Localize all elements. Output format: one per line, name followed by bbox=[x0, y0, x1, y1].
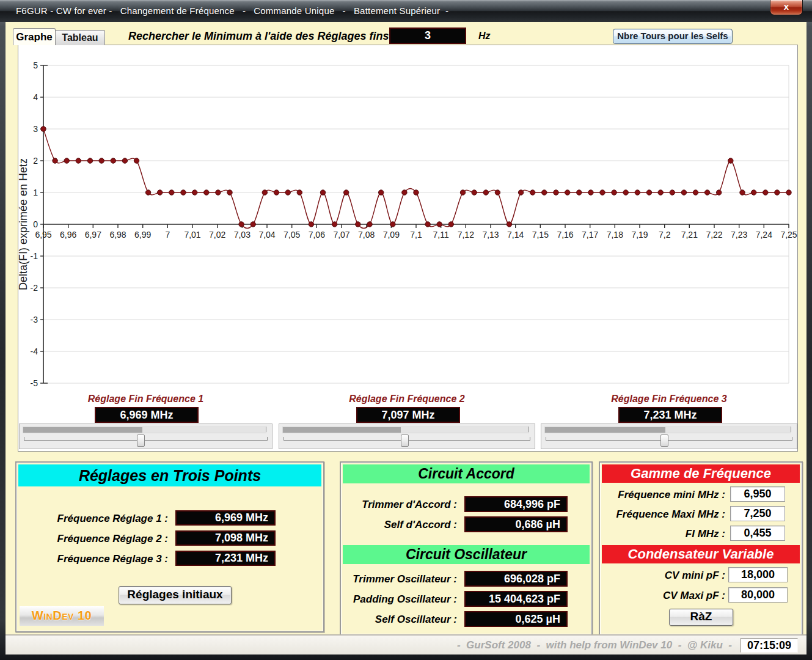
svg-text:1: 1 bbox=[33, 188, 38, 197]
freq-reglage-2-value: 7,098 MHz bbox=[175, 530, 276, 546]
svg-text:6,98: 6,98 bbox=[109, 230, 126, 240]
cv-mini-label: CV mini pF : bbox=[603, 570, 725, 582]
title-bar[interactable]: F6GUR - CW for ever - Changement de Fréq… bbox=[0, 0, 812, 22]
svg-text:6,95: 6,95 bbox=[35, 230, 51, 240]
frequence-mini-field[interactable]: 6,950 bbox=[730, 486, 785, 502]
slider-1-track[interactable] bbox=[24, 440, 268, 441]
slider-2-progress-fill bbox=[283, 427, 401, 433]
svg-text:7,06: 7,06 bbox=[309, 230, 325, 240]
trimmer-oscillateur-label: Trimmer Oscillateur : bbox=[344, 573, 457, 585]
close-button[interactable]: x bbox=[770, 0, 803, 15]
svg-text:7,21: 7,21 bbox=[681, 230, 698, 240]
freq-reglage-1-value: 6,969 MHz bbox=[175, 510, 276, 526]
tab-tableau[interactable]: Tableau bbox=[55, 30, 105, 45]
fi-mhz-label: FI MHz : bbox=[603, 528, 725, 540]
self-oscillateur-label: Self Oscillateur : bbox=[344, 614, 457, 626]
graph-tab-pane: 543210-1-2-3-4-56,956,966,976,986,9977,0… bbox=[18, 45, 798, 452]
svg-text:6,99: 6,99 bbox=[134, 230, 151, 240]
svg-text:7,13: 7,13 bbox=[482, 230, 499, 240]
window-title: F6GUR - CW for ever - Changement de Fréq… bbox=[16, 6, 448, 16]
padding-oscillateur-value: 15 404,623 pF bbox=[464, 591, 568, 607]
slider-3-progress bbox=[544, 427, 791, 433]
svg-text:7,14: 7,14 bbox=[507, 230, 524, 240]
slider-3-group bbox=[541, 424, 797, 449]
panel-reglages-trois-points: Réglages en Trois Points Fréquence Régla… bbox=[15, 461, 324, 632]
panel-header-trois-points: Réglages en Trois Points bbox=[18, 464, 321, 486]
hz-unit-label: Hz bbox=[478, 31, 491, 42]
panel-gamme-frequence: Gamme de Fréquence Fréquence mini MHz : … bbox=[599, 461, 803, 636]
self-accord-label: Self d'Accord : bbox=[344, 519, 457, 531]
slider-2-label: Réglage Fin Fréquence 2 bbox=[279, 394, 535, 405]
svg-text:7,15: 7,15 bbox=[532, 230, 549, 240]
svg-text:5: 5 bbox=[33, 61, 38, 70]
nbre-tours-selfs-button[interactable]: Nbre Tours pour les Selfs bbox=[613, 29, 733, 44]
svg-text:7,12: 7,12 bbox=[458, 230, 474, 240]
search-step-field[interactable]: 3 bbox=[389, 28, 466, 44]
svg-text:4: 4 bbox=[33, 92, 38, 102]
svg-text:7,02: 7,02 bbox=[209, 230, 225, 240]
svg-text:7,24: 7,24 bbox=[756, 230, 772, 240]
slider-1-thumb[interactable] bbox=[137, 435, 145, 447]
delta-fi-chart: 543210-1-2-3-4-56,956,966,976,986,9977,0… bbox=[18, 45, 797, 391]
windev-logo: WinDev 10 bbox=[20, 606, 104, 626]
svg-text:2: 2 bbox=[33, 156, 38, 166]
cv-maxi-field[interactable]: 80,000 bbox=[728, 587, 788, 603]
slider-1-progress-fill bbox=[23, 427, 142, 433]
fi-mhz-field[interactable]: 0,455 bbox=[730, 526, 785, 541]
cv-maxi-label: CV Maxi pF : bbox=[603, 590, 725, 602]
slider-3-value-display: 7,231 MHz bbox=[618, 407, 722, 423]
app-window: F6GUR - CW for ever - Changement de Fréq… bbox=[0, 0, 812, 660]
slider-3-label: Réglage Fin Fréquence 3 bbox=[541, 394, 797, 405]
panel-header-gamme: Gamme de Fréquence bbox=[602, 464, 800, 483]
svg-text:7,03: 7,03 bbox=[234, 230, 251, 240]
close-icon: x bbox=[784, 1, 789, 12]
frequence-mini-label: Fréquence mini MHz : bbox=[603, 489, 725, 501]
panel-header-condensateur: Condensateur Variable bbox=[602, 545, 800, 563]
svg-text:7,17: 7,17 bbox=[582, 230, 598, 240]
svg-text:7,22: 7,22 bbox=[706, 230, 722, 240]
panel-circuit: Circuit Accord Trimmer d'Accord : 684,99… bbox=[340, 461, 593, 636]
freq-reglage-3-value: 7,231 MHz bbox=[175, 551, 276, 566]
svg-text:7,19: 7,19 bbox=[631, 230, 648, 240]
self-accord-value: 0,686 µH bbox=[464, 516, 568, 532]
svg-text:7,18: 7,18 bbox=[607, 230, 623, 240]
slider-3-track[interactable] bbox=[546, 440, 792, 441]
svg-text:7,05: 7,05 bbox=[283, 230, 300, 240]
svg-text:6,97: 6,97 bbox=[85, 230, 101, 240]
svg-text:7,08: 7,08 bbox=[358, 230, 375, 240]
svg-text:-2: -2 bbox=[31, 283, 38, 293]
cv-mini-field[interactable]: 18,000 bbox=[728, 567, 788, 582]
svg-text:Delta(FI) exprimée en Hetz: Delta(FI) exprimée en Hetz bbox=[18, 158, 29, 290]
svg-text:-1: -1 bbox=[31, 251, 38, 261]
client-area: Graphe Tableau Rechercher le Minimum à l… bbox=[5, 22, 807, 654]
freq-reglage-1-label: Fréquence Réglage 1 : bbox=[20, 513, 168, 525]
slider-3-progress-fill bbox=[545, 427, 665, 433]
trimmer-accord-label: Trimmer d'Accord : bbox=[344, 499, 457, 511]
svg-text:7,23: 7,23 bbox=[731, 230, 747, 240]
reglages-initiaux-button[interactable]: Réglages initiaux bbox=[119, 586, 232, 604]
trimmer-oscillateur-value: 696,028 pF bbox=[464, 571, 568, 587]
svg-text:-4: -4 bbox=[31, 346, 38, 356]
panel-header-circuit-accord: Circuit Accord bbox=[343, 464, 590, 483]
raz-button[interactable]: RàZ bbox=[669, 609, 733, 626]
slider-2-progress bbox=[282, 427, 529, 433]
slider-3-thumb[interactable] bbox=[660, 435, 668, 447]
panel-header-circuit-oscillateur: Circuit Oscillateur bbox=[343, 545, 590, 564]
slider-2-thumb[interactable] bbox=[401, 435, 409, 447]
svg-text:7,07: 7,07 bbox=[333, 230, 349, 240]
svg-text:7,11: 7,11 bbox=[433, 230, 449, 240]
svg-text:7,04: 7,04 bbox=[258, 230, 275, 240]
clock-display: 07:15:09 bbox=[741, 638, 798, 653]
frequence-maxi-field[interactable]: 7,250 bbox=[730, 506, 785, 521]
tab-graphe[interactable]: Graphe bbox=[13, 28, 56, 45]
svg-text:7,25: 7,25 bbox=[780, 230, 797, 240]
svg-text:3: 3 bbox=[33, 124, 38, 134]
trimmer-accord-value: 684,996 pF bbox=[464, 496, 568, 512]
slider-1-value-display: 6,969 MHz bbox=[95, 407, 199, 423]
frequence-maxi-label: Fréquence Maxi MHz : bbox=[603, 508, 725, 521]
svg-text:-3: -3 bbox=[31, 315, 38, 324]
svg-text:7: 7 bbox=[165, 230, 170, 240]
svg-text:7,2: 7,2 bbox=[659, 230, 671, 240]
slider-1-group bbox=[19, 424, 272, 449]
status-bar: - GurSoft 2008 - with help from WinDev 1… bbox=[5, 636, 807, 654]
